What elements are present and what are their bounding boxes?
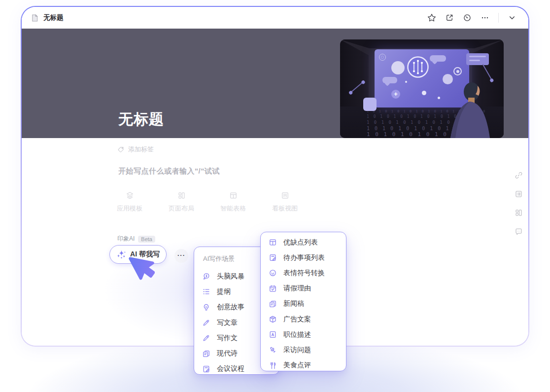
todo-list-icon (269, 253, 277, 262)
food-review-icon (269, 361, 277, 370)
ai-illustration: 1 0 1 0 1 0 1 0 1 0 1 0 1 0 1 0 1 0 1 0 … (340, 39, 504, 138)
template-shortcuts: 应用模板 页面布局 智能表格 看板视图 (105, 191, 309, 213)
person-silhouette (444, 80, 497, 138)
creative-story-icon (202, 303, 210, 312)
square-card (363, 98, 377, 111)
more-icon[interactable] (481, 13, 489, 22)
note-title[interactable]: 无标题 (118, 109, 164, 130)
history-icon[interactable] (463, 13, 472, 22)
interview-icon (269, 346, 277, 354)
add-tag-label: 添加标签 (128, 145, 154, 154)
ai-write-button-label: AI 帮我写 (130, 250, 160, 259)
page-layout-icon (177, 191, 186, 200)
menu-item-emoji-convert[interactable]: 表情符号转换 (261, 265, 346, 281)
kanban-view-icon (281, 191, 289, 200)
press-release-icon (269, 300, 277, 308)
layers-icon (126, 191, 134, 200)
menu-item-pros-cons[interactable]: 优缺点列表 (261, 235, 346, 250)
window-topbar: 无标题 (22, 7, 528, 29)
template-smart-table[interactable]: 智能表格 (208, 191, 258, 213)
meeting-agenda-icon (202, 365, 210, 373)
speech-bubble (430, 55, 446, 62)
add-tag-button[interactable]: 添加标签 (117, 145, 154, 154)
kanban-icon[interactable] (515, 209, 523, 217)
ai-sparkle-icon (116, 249, 127, 260)
topbar-divider (498, 13, 499, 23)
modern-poetry-icon (202, 350, 210, 358)
collapse-icon[interactable] (508, 13, 516, 22)
menu-item-todo-list[interactable]: 待办事项列表 (261, 250, 346, 265)
screenshot-root: 无标题 无标题 1 0 1 (0, 0, 550, 392)
side-toolbar (515, 171, 523, 236)
toc-icon[interactable] (515, 190, 523, 198)
menu-item-food-review[interactable]: 美食点评 (261, 358, 346, 373)
write-essay-icon (202, 334, 210, 342)
write-article-icon (202, 319, 210, 327)
plus-node: + (391, 90, 400, 99)
menu-item-job-description[interactable]: 职位描述 (261, 327, 346, 342)
brainstorm-icon (202, 272, 210, 281)
pros-cons-icon (269, 238, 277, 247)
editor-placeholder[interactable]: 开始写点什么或者输入"/"试试 (118, 167, 220, 176)
beta-badge: Beta (138, 236, 155, 243)
notes-card (466, 53, 489, 65)
comment-icon[interactable] (515, 227, 523, 236)
emoji-convert-icon (269, 269, 277, 277)
template-page-layout[interactable]: 页面布局 (157, 191, 206, 213)
ai-more-scenes-menu: 优缺点列表 待办事项列表 表情符号转换 请假理由 新闻稿 广告文案 职位描述 (260, 232, 346, 371)
neural-network-icon (406, 55, 430, 79)
ai-brand-name: 印象AI (117, 235, 135, 243)
link-icon[interactable] (515, 171, 523, 179)
job-description-icon (269, 330, 277, 339)
ai-more-button[interactable]: ··· (174, 249, 188, 263)
share-icon[interactable] (445, 13, 454, 22)
document-icon (31, 13, 39, 23)
target-node (453, 67, 462, 75)
template-app-templates[interactable]: 应用模板 (105, 191, 154, 213)
menu-item-leave-reason[interactable]: 请假理由 (261, 281, 346, 296)
topbar-actions (427, 13, 516, 23)
outline-icon (202, 287, 210, 296)
leave-reason-icon (269, 285, 277, 293)
ad-copy-icon (269, 315, 277, 323)
tag-icon (117, 146, 125, 153)
window-title: 无标题 (43, 13, 64, 22)
note-header: 无标题 1 0 1 0 1 0 1 0 1 0 1 0 1 0 1 0 1 0 … (22, 29, 528, 138)
ai-brand-row: 印象AI Beta (117, 235, 155, 243)
star-icon[interactable] (427, 13, 436, 22)
smart-table-icon (229, 191, 238, 200)
gear-node (379, 54, 386, 61)
menu-item-ad-copy[interactable]: 广告文案 (261, 312, 346, 327)
template-kanban-view[interactable]: 看板视图 (260, 191, 309, 213)
speech-bubble (382, 77, 397, 83)
menu-item-press-release[interactable]: 新闻稿 (261, 296, 346, 312)
ai-write-button[interactable]: AI 帮我写 (109, 245, 167, 264)
menu-item-interview[interactable]: 采访问题 (261, 342, 346, 357)
